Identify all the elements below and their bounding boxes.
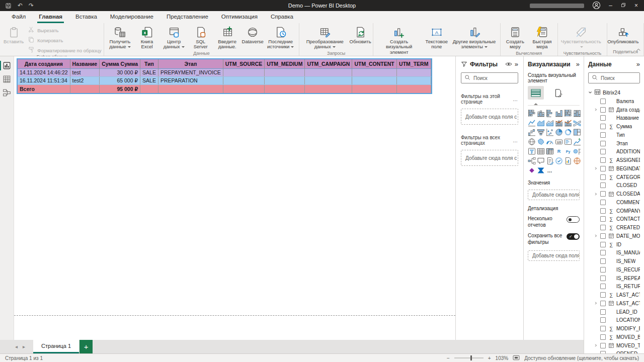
- ribbon-text-box[interactable]: AТекстовое поле: [423, 25, 450, 51]
- viz-clustered-bar-chart-icon[interactable]: [546, 109, 554, 117]
- zoom-level[interactable]: 103%: [496, 355, 509, 361]
- viz-metrics-icon[interactable]: [555, 157, 563, 165]
- ribbon-publish[interactable]: Опубликовать: [609, 25, 637, 45]
- viz-kpi-icon[interactable]: [573, 138, 581, 146]
- menu-tab-optimize[interactable]: Оптимизация: [215, 11, 264, 23]
- viz-table-icon[interactable]: [537, 147, 545, 155]
- toggle-switch[interactable]: ✓: [567, 233, 580, 240]
- field-checkbox[interactable]: [600, 276, 606, 281]
- format-visual-tab[interactable]: [550, 86, 566, 100]
- data-field-item[interactable]: LOCATION_ID: [588, 316, 640, 325]
- field-checkbox[interactable]: [600, 301, 606, 306]
- data-field-item[interactable]: Этап: [588, 139, 640, 148]
- data-field-item[interactable]: ∑ID: [588, 240, 640, 249]
- data-field-item[interactable]: CLOSED: [588, 182, 640, 190]
- collapse-ribbon-icon[interactable]: [636, 45, 641, 54]
- data-field-item[interactable]: ∑CREATED_BY_ID: [588, 223, 640, 232]
- data-field-item[interactable]: Дата создания: [588, 106, 640, 114]
- data-field-item[interactable]: CLOSEDATE: [588, 190, 640, 198]
- collapse-chevron-icon[interactable]: [588, 89, 592, 96]
- viz-treemap-icon[interactable]: [573, 128, 581, 136]
- field-checkbox[interactable]: [600, 157, 606, 163]
- expand-chevron-icon[interactable]: [594, 234, 598, 238]
- filters-collapse-icon[interactable]: »: [515, 60, 518, 68]
- more-visual-options-icon[interactable]: …: [546, 166, 554, 174]
- table-row[interactable]: 16.11.2024 11:51:34test265 000 ₽SALEPREP…: [18, 76, 431, 84]
- data-field-item[interactable]: ∑MOVED_BY_ID: [588, 333, 640, 341]
- field-checkbox[interactable]: [600, 208, 606, 214]
- data-field-item[interactable]: OPENED: [588, 350, 640, 354]
- ribbon-format-painter[interactable]: Форматирование по образцу: [28, 46, 101, 54]
- ribbon-paste[interactable]: Вставить: [2, 25, 26, 45]
- field-checkbox[interactable]: [600, 115, 606, 121]
- expand-chevron-icon[interactable]: [594, 192, 598, 196]
- viz-paginated-report-icon[interactable]: [564, 157, 572, 165]
- data-field-item[interactable]: BEGINDATE: [588, 164, 640, 173]
- data-field-item[interactable]: ∑CATEGORY_ID: [588, 173, 640, 182]
- field-checkbox[interactable]: [600, 242, 606, 247]
- expand-chevron-icon[interactable]: [594, 108, 598, 112]
- viz-stacked-area-chart-icon[interactable]: [546, 119, 554, 127]
- data-field-item[interactable]: ∑ASSIGNED_BY_ID: [588, 156, 640, 164]
- report-canvas[interactable]: Дата созданияНазваниеСумма СуммаТипЭтапU…: [14, 56, 455, 353]
- field-checkbox[interactable]: [600, 124, 606, 129]
- ribbon-excel-workbook[interactable]: xКнига Excel: [134, 25, 159, 51]
- field-checkbox[interactable]: [600, 225, 606, 230]
- expand-chevron-icon[interactable]: [594, 343, 598, 347]
- data-field-item[interactable]: ∑MODIFY_BY_ID: [588, 324, 640, 333]
- field-checkbox[interactable]: [600, 99, 606, 104]
- data-collapse-icon[interactable]: »: [636, 60, 640, 68]
- ribbon-new-visual[interactable]: Создать визуальный элемент: [375, 25, 423, 56]
- maximize-button[interactable]: [620, 2, 626, 9]
- field-checkbox[interactable]: [600, 343, 606, 348]
- field-checkbox[interactable]: [600, 317, 606, 323]
- menu-tab-insert[interactable]: Вставка: [69, 11, 104, 23]
- zoom-in-icon[interactable]: +: [488, 355, 491, 361]
- viz-python-visual-icon[interactable]: Py: [564, 147, 572, 155]
- data-field-item[interactable]: Название: [588, 114, 640, 123]
- field-checkbox[interactable]: [600, 149, 606, 154]
- filter-section-more-icon[interactable]: …: [513, 97, 518, 102]
- ribbon-get-data[interactable]: Получить данные: [106, 25, 134, 51]
- zoom-slider-handle[interactable]: [470, 355, 472, 360]
- data-field-item[interactable]: ∑COMPANY_ID: [588, 207, 640, 215]
- viz-decomposition-tree-icon[interactable]: [528, 157, 536, 165]
- data-field-item[interactable]: COMMENTS: [588, 198, 640, 207]
- field-checkbox[interactable]: [600, 166, 606, 171]
- account-avatar-icon[interactable]: [592, 1, 601, 11]
- report-view-button[interactable]: [0, 59, 14, 72]
- zoom-out-icon[interactable]: −: [447, 355, 450, 361]
- viz-filled-map-icon[interactable]: [537, 138, 545, 146]
- field-checkbox[interactable]: [600, 351, 606, 353]
- data-field-item[interactable]: Тип: [588, 131, 640, 139]
- fit-to-page-icon[interactable]: [513, 355, 520, 361]
- update-available-link[interactable]: Доступно обновление (щелкните, чтобы ска…: [524, 355, 639, 361]
- data-field-item[interactable]: IS_NEW: [588, 257, 640, 265]
- data-field-item[interactable]: IS_RECURRING: [588, 265, 640, 274]
- data-search-input[interactable]: Поиск: [588, 72, 640, 83]
- minimize-button[interactable]: –: [609, 2, 612, 9]
- zoom-slider[interactable]: [454, 357, 484, 358]
- ribbon-data-hub[interactable]: Центр данных: [160, 25, 188, 51]
- table-visual[interactable]: Дата созданияНазваниеСумма СуммаТипЭтапU…: [17, 58, 432, 94]
- undo-icon[interactable]: ↶: [18, 3, 23, 9]
- field-checkbox[interactable]: [600, 334, 606, 340]
- filters-eye-icon[interactable]: [505, 61, 512, 67]
- field-checkbox[interactable]: [600, 141, 606, 146]
- filter-dropzone[interactable]: Добавьте сюда поля с дан...: [461, 109, 518, 125]
- visualizations-collapse-icon[interactable]: »: [576, 60, 580, 68]
- menu-tab-view[interactable]: Представление: [160, 11, 215, 23]
- viz-gauge-icon[interactable]: [546, 138, 554, 146]
- menu-tab-modeling[interactable]: Моделирование: [104, 11, 160, 23]
- viz-scatter-chart-icon[interactable]: [546, 128, 554, 136]
- table-row[interactable]: 14.11.2024 14:46:22test30 000 ₽SALEPREPA…: [18, 68, 431, 76]
- ribbon-recent-sources[interactable]: Последние источники: [264, 25, 297, 51]
- viz-donut-chart-icon[interactable]: [564, 128, 572, 136]
- field-checkbox[interactable]: [600, 183, 606, 188]
- viz-power-automate-icon[interactable]: [537, 166, 545, 174]
- viz-line-and-clustered-column-chart-icon[interactable]: [564, 119, 572, 127]
- data-field-item[interactable]: IS_REPEATED_A...: [588, 274, 640, 283]
- ribbon-dataverse[interactable]: Dataverse: [242, 25, 264, 45]
- data-field-item[interactable]: ADDITIONAL_I...: [588, 148, 640, 156]
- viz-card-icon[interactable]: 123: [555, 138, 563, 146]
